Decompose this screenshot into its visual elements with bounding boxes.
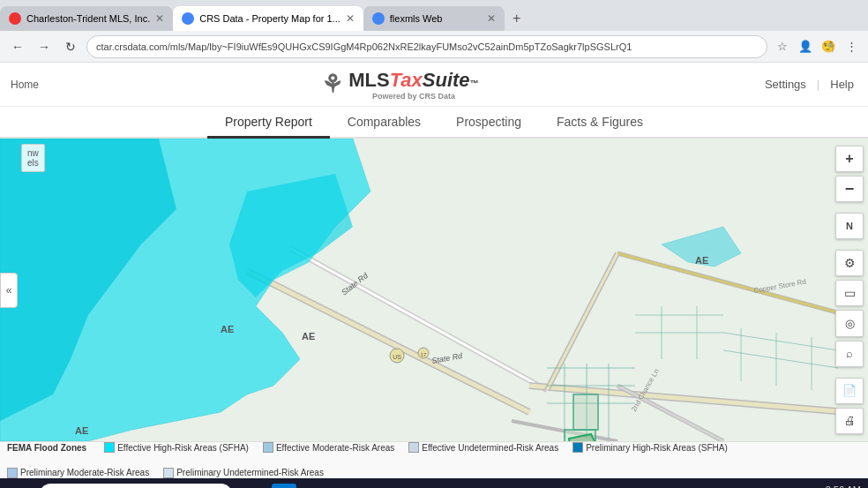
bookmark-icon[interactable]: ☆ xyxy=(773,37,792,56)
logo-mls: MLS xyxy=(348,69,389,92)
logo-powered: Powered by CRS Data xyxy=(348,92,478,101)
outlook-icon[interactable]: ✉ xyxy=(335,484,360,488)
locate-button[interactable]: ◎ xyxy=(835,310,864,336)
taskbar-right: 8:56 AM 2/9/2024 xyxy=(823,484,861,488)
legend-item-5: Preliminary Moderate-Risk Areas xyxy=(7,468,149,478)
edge-icon[interactable]: e xyxy=(272,484,296,488)
legend-color-1 xyxy=(104,442,115,453)
tab-close-flexmls[interactable]: ✕ xyxy=(487,12,496,25)
legend-label-3: Effective Undetermined-Risk Areas xyxy=(422,443,558,453)
svg-text:AE: AE xyxy=(221,324,234,334)
file-explorer-icon[interactable]: 📁 xyxy=(303,484,328,488)
logo-icon: ⚘ xyxy=(321,70,343,99)
reload-button[interactable]: ↻ xyxy=(60,36,81,57)
new-tab-button[interactable]: + xyxy=(505,6,529,31)
layers-button[interactable]: ▭ xyxy=(835,280,864,306)
legend-label-5: Preliminary Moderate-Risk Areas xyxy=(20,468,149,477)
legend-color-5 xyxy=(7,468,18,478)
firefox-icon[interactable]: 🦊 xyxy=(430,484,455,488)
legend-item-4: Preliminary High-Risk Areas (SFHA) xyxy=(572,442,728,453)
legend-color-3 xyxy=(408,442,419,453)
logo-tax: Tax xyxy=(390,69,423,92)
tab-favicon-charleston xyxy=(9,12,21,25)
tab-favicon-crsdata xyxy=(182,12,194,25)
zoom-out-button[interactable]: − xyxy=(835,176,864,202)
search-map-button[interactable]: ⌕ xyxy=(835,341,864,367)
nav-tabs: Property Report Comparables Prospecting … xyxy=(0,107,868,139)
map-sidebar-toggle[interactable]: « xyxy=(0,273,18,308)
map-legend-label: nw els xyxy=(21,144,45,172)
address-bar-row: ← → ↻ ctar.crsdata.com/mls/Map/lby~FI9iu… xyxy=(0,31,868,63)
document-button[interactable]: 📄 xyxy=(835,378,864,404)
legend-label-2: Effective Moderate-Risk Areas xyxy=(276,443,394,453)
legend-color-4 xyxy=(572,442,583,453)
svg-text:17: 17 xyxy=(421,352,427,357)
legend-label-6: Preliminary Undetermined-Risk Areas xyxy=(176,468,324,477)
tab-flexmls[interactable]: flexmls Web ✕ xyxy=(363,6,505,31)
taskbar-search-bar[interactable]: 🔍 Type here to search xyxy=(39,484,233,488)
back-button[interactable]: ← xyxy=(7,36,28,57)
menu-icon[interactable]: ⋮ xyxy=(842,37,861,56)
legend-title: FEMA Flood Zones xyxy=(7,443,86,453)
zoom-in-button[interactable]: + xyxy=(835,146,864,172)
home-link[interactable]: Home xyxy=(14,74,35,95)
tab-label-flexmls: flexmls Web xyxy=(390,13,482,24)
tab-prospecting[interactable]: Prospecting xyxy=(438,108,539,139)
task-view-button[interactable]: 🗂 xyxy=(240,484,265,488)
sidebar-toggle-icon: « xyxy=(6,284,12,297)
extensions-icon[interactable]: 🧐 xyxy=(819,37,838,56)
chrome-icon[interactable]: 🐧 xyxy=(462,484,487,488)
legend-item-1: Effective High-Risk Areas (SFHA) xyxy=(104,442,249,453)
print-button[interactable]: 🖨 xyxy=(835,408,864,434)
legend-label-nw: nw xyxy=(27,148,39,158)
browser-tab-bar: Charleston-Trident MLS, Inc. ✕ CRS Data … xyxy=(0,0,868,31)
tab-close-crsdata[interactable]: ✕ xyxy=(346,12,355,25)
taskbar-time: 8:56 AM 2/9/2024 xyxy=(823,484,861,488)
teams-icon[interactable]: T xyxy=(399,484,423,488)
forward-button[interactable]: → xyxy=(34,36,55,57)
profile-icon[interactable]: 👤 xyxy=(796,37,815,56)
svg-text:AE: AE xyxy=(75,425,88,436)
svg-text:AE: AE xyxy=(302,331,315,342)
map-svg: State Rd State Rd Copper Store Rd Black … xyxy=(0,139,868,441)
legend-label-els: els xyxy=(27,158,39,168)
legend-item-2: Effective Moderate-Risk Areas xyxy=(263,442,394,453)
header-right: Settings | Help xyxy=(765,78,854,91)
address-text: ctar.crsdata.com/mls/Map/lby~FI9iuWfEs9Q… xyxy=(96,41,632,52)
settings-map-button[interactable]: ⚙ xyxy=(835,250,864,276)
legend-label-1: Effective High-Risk Areas (SFHA) xyxy=(117,443,249,453)
svg-text:AE: AE xyxy=(695,255,708,266)
map-container[interactable]: State Rd State Rd Copper Store Rd Black … xyxy=(0,139,868,441)
app-logo: ⚘ MLS Tax Suite ™ Powered by CRS Data xyxy=(321,69,478,101)
tab-close-charleston[interactable]: ✕ xyxy=(155,12,164,25)
legend-color-6 xyxy=(163,468,174,478)
address-input[interactable]: ctar.crsdata.com/mls/Map/lby~FI9iuWfEs9Q… xyxy=(86,35,767,58)
taskbar: ⊞ 🔍 Type here to search 🗂 e 📁 ✉ S T 🦊 🐧 … xyxy=(0,478,868,488)
tab-charleston[interactable]: Charleston-Trident MLS, Inc. ✕ xyxy=(0,6,173,31)
svg-text:US: US xyxy=(393,354,401,360)
time-display: 8:56 AM xyxy=(823,484,861,488)
tab-facts-figures[interactable]: Facts & Figures xyxy=(539,108,661,139)
north-button[interactable]: N xyxy=(835,213,864,239)
home-label: Home xyxy=(11,79,39,91)
browser-action-icons: ☆ 👤 🧐 ⋮ xyxy=(773,37,861,56)
tab-label-crsdata: CRS Data - Property Map for 1... xyxy=(199,13,340,24)
map-controls: + − N ⚙ ▭ ◎ ⌕ 📄 🖨 xyxy=(831,139,868,441)
legend-item-6: Preliminary Undetermined-Risk Areas xyxy=(163,468,324,478)
legend-label-4: Preliminary High-Risk Areas (SFHA) xyxy=(586,443,728,453)
tab-crsdata[interactable]: CRS Data - Property Map for 1... ✕ xyxy=(173,6,363,31)
start-button[interactable]: ⊞ xyxy=(7,484,32,488)
svg-rect-15 xyxy=(573,394,598,430)
skype-icon[interactable]: S xyxy=(367,484,392,488)
legend-item-3: Effective Undetermined-Risk Areas xyxy=(408,442,558,453)
app-header: Home ⚘ MLS Tax Suite ™ Powered by CRS Da… xyxy=(0,63,868,107)
header-separator: | xyxy=(817,78,819,91)
settings-link[interactable]: Settings xyxy=(765,78,806,91)
tab-property-report[interactable]: Property Report xyxy=(207,108,330,139)
tab-favicon-flexmls xyxy=(372,12,385,25)
logo-tm: ™ xyxy=(470,79,479,88)
legend-color-2 xyxy=(263,442,273,453)
logo-suite: Suite xyxy=(423,69,470,92)
help-link[interactable]: Help xyxy=(830,78,854,91)
tab-comparables[interactable]: Comparables xyxy=(330,108,438,139)
